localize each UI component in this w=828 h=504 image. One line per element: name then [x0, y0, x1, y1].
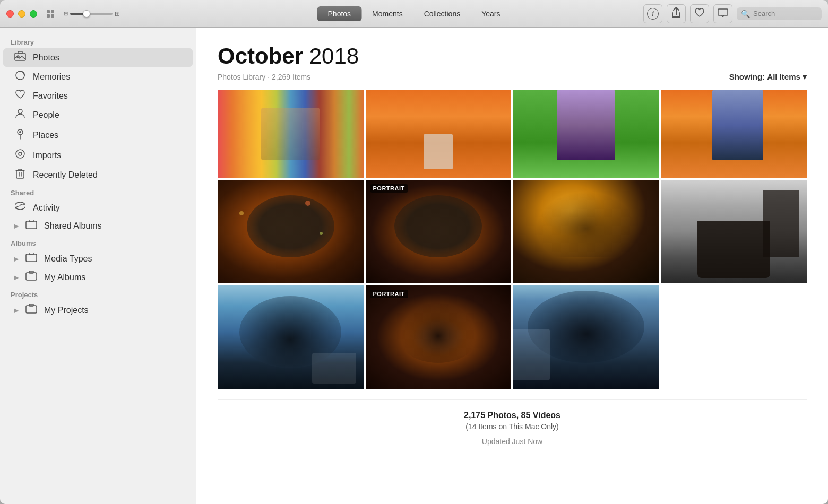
svg-rect-18: [26, 254, 37, 262]
tab-collections[interactable]: Collections: [413, 6, 471, 21]
shared-albums-icon: [25, 220, 38, 232]
sidebar-section-header-library: Library: [0, 34, 196, 48]
svg-rect-4: [718, 9, 728, 15]
tab-moments[interactable]: Moments: [361, 6, 413, 21]
portrait-badge-r2c2: PORTRAIT: [370, 184, 408, 193]
navigation-tabs: Photos Moments Collections Years: [317, 6, 511, 21]
zoom-min-icon: ⊟: [64, 11, 68, 16]
my-projects-chevron: ▶: [14, 307, 19, 314]
photo-cell-r1c2[interactable]: [366, 90, 512, 178]
content-area: October 2018 Photos Library · 2,269 Item…: [196, 28, 828, 504]
svg-point-12: [16, 150, 24, 158]
month-title: October: [218, 44, 303, 68]
favorite-button[interactable]: [690, 4, 709, 23]
photo-cell-r3c1[interactable]: [218, 285, 364, 389]
photo-cell-r1c4[interactable]: [661, 90, 807, 178]
showing-filter[interactable]: Showing: All Items ▾: [729, 72, 807, 82]
showing-label: Showing:: [729, 72, 765, 81]
photos-icon: [14, 51, 27, 64]
sidebar-item-label-people: People: [33, 110, 59, 120]
footer-stats: 2,175 Photos, 85 Videos: [218, 411, 807, 420]
photo-cell-r2c2[interactable]: PORTRAIT: [366, 180, 512, 283]
svg-rect-22: [26, 306, 37, 313]
trash-icon: [14, 168, 27, 181]
sidebar-section-albums: Albums ▶ Media Types ▶: [0, 235, 196, 286]
search-icon: 🔍: [741, 10, 750, 18]
search-box[interactable]: 🔍: [737, 7, 822, 20]
maximize-button[interactable]: [30, 10, 37, 18]
sidebar-item-memories[interactable]: Memories: [3, 67, 193, 86]
places-icon: [14, 128, 27, 142]
info-button[interactable]: i: [643, 4, 662, 23]
photo-row-3: PORTRAIT: [218, 285, 807, 389]
sidebar-item-media-types[interactable]: ▶ Media Types: [3, 249, 193, 268]
zoom-slider-container: ⊟ ⊞: [64, 10, 120, 18]
svg-rect-19: [29, 253, 33, 255]
sidebar-section-header-projects: Projects: [0, 286, 196, 301]
portrait-badge-r3c2: PORTRAIT: [370, 290, 408, 298]
showing-value-text: All Items: [767, 72, 800, 81]
sidebar-item-label-media-types: Media Types: [44, 254, 92, 264]
sidebar-item-label-recently-deleted: Recently Deleted: [33, 170, 98, 180]
titlebar: ⊟ ⊞ Photos Moments Collections Years i: [0, 0, 828, 28]
minimize-button[interactable]: [18, 10, 25, 18]
photo-cell-r2c1[interactable]: [218, 180, 364, 283]
shared-albums-chevron: ▶: [14, 222, 19, 230]
footer-updated: Updated Just Now: [218, 437, 807, 446]
sidebar-item-my-projects[interactable]: ▶ My Projects: [3, 301, 193, 319]
svg-rect-14: [16, 170, 24, 178]
library-name: Photos Library: [218, 73, 265, 81]
sidebar-item-activity[interactable]: Activity: [3, 199, 193, 216]
thumbnail-view-button[interactable]: [44, 6, 58, 21]
sidebar-section-shared: Shared Activity ▶: [0, 185, 196, 235]
tab-years[interactable]: Years: [471, 6, 511, 21]
share-button[interactable]: [667, 4, 686, 23]
sidebar-item-places[interactable]: Places: [3, 125, 193, 145]
search-input[interactable]: [753, 10, 817, 18]
svg-rect-3: [51, 14, 54, 18]
sidebar-section-library: Library Photos: [0, 34, 196, 185]
photo-cell-r2c3[interactable]: [513, 180, 659, 283]
svg-point-9: [18, 109, 22, 114]
sidebar-item-photos[interactable]: Photos: [3, 48, 193, 67]
media-types-icon: [25, 253, 38, 265]
tab-photos[interactable]: Photos: [317, 6, 362, 21]
sidebar-item-label-activity: Activity: [33, 203, 60, 213]
photo-cell-r3c3[interactable]: [513, 285, 659, 389]
media-types-chevron: ▶: [14, 255, 19, 263]
sidebar-item-label-memories: Memories: [33, 72, 70, 82]
photo-cell-r3c4-empty: [661, 285, 807, 389]
slideshow-icon: [718, 8, 728, 19]
sidebar-item-label-places: Places: [33, 131, 58, 140]
showing-chevron-icon: ▾: [803, 72, 807, 81]
photo-cell-r1c1[interactable]: [218, 90, 364, 178]
separator: ·: [268, 73, 272, 81]
share-icon: [671, 7, 681, 20]
sidebar-item-my-albums[interactable]: ▶ My Albums: [3, 268, 193, 286]
sidebar-item-label-imports: Imports: [33, 151, 61, 160]
my-albums-chevron: ▶: [14, 274, 19, 281]
sidebar: Library Photos: [0, 28, 196, 504]
photo-row-2: PORTRAIT: [218, 180, 807, 283]
sidebar-item-people[interactable]: People: [3, 105, 193, 125]
people-icon: [14, 108, 27, 121]
sidebar-item-imports[interactable]: Imports: [3, 145, 193, 165]
photo-cell-r1c3[interactable]: [513, 90, 659, 178]
footer-substats: (14 Items on This Mac Only): [218, 422, 807, 431]
sidebar-item-shared-albums[interactable]: ▶ Shared Albums: [3, 216, 193, 235]
svg-rect-23: [29, 304, 33, 306]
year-value: 2018: [309, 44, 359, 68]
sidebar-item-label-shared-albums: Shared Albums: [44, 221, 102, 231]
photo-cell-r2c4[interactable]: [661, 180, 807, 283]
close-button[interactable]: [6, 10, 14, 18]
svg-rect-7: [18, 51, 22, 54]
sidebar-item-favorites[interactable]: Favorites: [3, 86, 193, 105]
svg-rect-20: [26, 273, 37, 280]
info-icon: i: [647, 8, 659, 20]
toolbar-right: i: [643, 4, 822, 23]
sidebar-item-recently-deleted[interactable]: Recently Deleted: [3, 165, 193, 185]
sidebar-item-label-my-albums: My Albums: [44, 273, 85, 282]
zoom-slider[interactable]: [70, 13, 113, 15]
slideshow-button[interactable]: [713, 4, 732, 23]
photo-cell-r3c2[interactable]: PORTRAIT: [366, 285, 512, 389]
